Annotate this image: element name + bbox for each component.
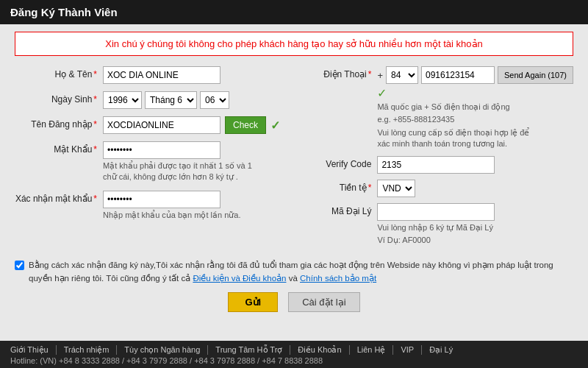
username-label: Tên Đăng nhập* (15, 116, 103, 130)
password-row: Mật Khẩu* Mật khẩu phải được tạo ít nhất… (15, 141, 282, 183)
footer-link-contact[interactable]: Liên Hệ (357, 345, 394, 355)
footer-link-support[interactable]: Trung Tâm Hỗ Trợ (215, 345, 290, 355)
verify-input[interactable] (377, 156, 495, 174)
dob-label: Ngày Sinh* (15, 91, 103, 105)
main-content: Xin chú ý chúng tôi không cho phép khách… (0, 24, 588, 341)
agent-hint2: Ví Dụ: AF0000 (377, 235, 495, 246)
notice-text: Xin chú ý chúng tôi không cho phép khách… (105, 38, 482, 49)
currency-select[interactable]: VND USD THB (377, 180, 415, 197)
phone-hint1: Mã quốc gia + Số điện thoại di động (377, 102, 539, 113)
reset-button[interactable]: Cài đặt lại (288, 292, 359, 312)
agent-field-wrap: Vui lòng nhập 6 ký tự Mã Đại Lý Ví Dụ: A… (377, 203, 495, 247)
dob-selects: 1996 1995 1994 1993 1992 Tháng 1 Tháng 2… (103, 91, 229, 109)
check-button[interactable]: Check (225, 116, 266, 134)
currency-row: Tiền tệ* VND USD THB (304, 180, 573, 197)
dob-year-select[interactable]: 1996 1995 1994 1993 1992 (103, 91, 142, 109)
username-field-wrap: Check ✓ (103, 116, 280, 134)
phone-input[interactable] (421, 66, 495, 84)
footer-links: Giới Thiệu Trách nhiệm Tùy chọn Ngân hàn… (10, 345, 578, 355)
terms-link[interactable]: Điều kiện và Điều khoản (193, 274, 286, 283)
verify-field-wrap (377, 156, 495, 174)
agent-row: Mã Đại Lý Vui lòng nhập 6 ký tự Mã Đại L… (304, 203, 573, 247)
footer: Giới Thiệu Trách nhiệm Tùy chọn Ngân hàn… (0, 341, 588, 368)
password-label: Mật Khẩu* (15, 141, 103, 155)
phone-row: Điện Thoại* + 84 1 855 Send Again (107) (304, 66, 573, 150)
password-hint: Mật khẩu phải được tạo ít nhất 1 số và 1… (103, 160, 265, 183)
username-row: Tên Đăng nhập* Check ✓ (15, 116, 282, 134)
dob-day-select[interactable]: 01 02 03 04 05 06 (200, 91, 229, 109)
page-title: Đăng Ký Thành Viên (10, 6, 118, 18)
verify-row: Verify Code (304, 156, 573, 174)
confirm-password-input[interactable] (103, 191, 220, 208)
submit-button[interactable]: Gửi (228, 292, 278, 312)
dob-row: Ngày Sinh* 1996 1995 1994 1993 1992 Thán… (15, 91, 282, 109)
agreement-area: Bằng cách xác nhận đăng ký này,Tôi xác n… (15, 259, 573, 285)
confirm-password-label: Xác nhận mật khẩu* (15, 191, 103, 204)
button-row: Gửi Cài đặt lại (15, 292, 573, 312)
confirm-password-row: Xác nhận mật khẩu* Nhập mật khẩu của bạn… (15, 191, 282, 221)
verify-label: Verify Code (304, 156, 377, 169)
right-column: Điện Thoại* + 84 1 855 Send Again (107) (304, 66, 573, 252)
phone-hint3: Vui lòng cung cấp số điện thoại hợp lệ đ… (377, 127, 539, 150)
phone-hint2: e.g. +855-888123435 (377, 114, 539, 125)
fullname-field-wrap (103, 66, 220, 84)
footer-link-banking[interactable]: Tùy chọn Ngân hàng (124, 345, 208, 355)
currency-label: Tiền tệ* (304, 180, 377, 193)
check-verified-icon: ✓ (270, 118, 280, 132)
agent-hint1: Vui lòng nhập 6 ký tự Mã Đại Lý (377, 222, 495, 233)
confirm-password-field-wrap: Nhập mật khẩu của bạn một lần nữa. (103, 191, 240, 221)
password-field-wrap: Mật khẩu phải được tạo ít nhất 1 số và 1… (103, 141, 265, 183)
dob-month-select[interactable]: Tháng 1 Tháng 2 Tháng 3 Tháng 4 Tháng 5 … (145, 91, 197, 109)
send-again-button[interactable]: Send Again (107) (498, 66, 573, 84)
footer-link-responsibility[interactable]: Trách nhiệm (64, 345, 118, 355)
password-input[interactable] (103, 141, 220, 159)
footer-hotline: Hotline: (VN) +84 8 3333 2888 / +84 3 79… (10, 356, 578, 365)
left-column: Họ & Tên* Ngày Sinh* 1996 1995 1994 1993 (15, 66, 282, 252)
phone-field-wrap: + 84 1 855 Send Again (107) ✓ Mã quốc gi… (377, 66, 573, 150)
phone-plus: + (377, 70, 383, 81)
phone-country-code-select[interactable]: 84 1 855 (386, 66, 418, 84)
agent-input[interactable] (377, 203, 495, 221)
footer-link-terms[interactable]: Điều Khoản (298, 345, 349, 355)
fullname-row: Họ & Tên* (15, 66, 282, 84)
privacy-link[interactable]: Chính sách bảo mật (300, 274, 376, 283)
currency-field-wrap: VND USD THB (377, 180, 415, 197)
agent-label: Mã Đại Lý (304, 203, 377, 216)
agreement-text2: và (289, 274, 300, 283)
agreement-checkbox[interactable] (15, 261, 24, 270)
fullname-label: Họ & Tên* (15, 66, 103, 79)
footer-link-vip[interactable]: VIP (401, 345, 422, 355)
footer-link-agent[interactable]: Đại Lý (429, 345, 460, 355)
phone-verified-icon: ✓ (377, 87, 387, 99)
confirm-password-hint: Nhập mật khẩu của bạn một lần nữa. (103, 210, 240, 221)
notice-box: Xin chú ý chúng tôi không cho phép khách… (15, 32, 573, 56)
phone-label: Điện Thoại* (304, 66, 377, 79)
fullname-input[interactable] (103, 66, 220, 84)
header: Đăng Ký Thành Viên (0, 0, 588, 24)
username-input[interactable] (103, 116, 220, 134)
footer-link-about[interactable]: Giới Thiệu (10, 345, 57, 355)
